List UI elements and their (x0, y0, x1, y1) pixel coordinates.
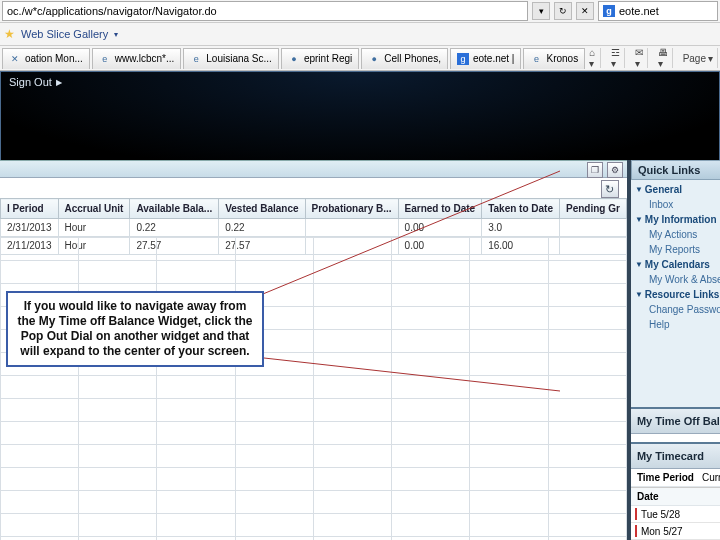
browser-tab[interactable]: ●Cell Phones, (361, 48, 448, 69)
main-workspace: ❐ ⚙ ↻ l PeriodAccrual UnitAvailable Bala… (0, 160, 720, 540)
quicklinks-item[interactable]: Inbox (635, 197, 720, 212)
table-header[interactable]: Taken to Date (482, 199, 560, 219)
grid-cell (470, 537, 548, 541)
grid-cell (392, 422, 470, 445)
grid-cell (1, 468, 79, 491)
quicklinks-item[interactable]: Help (635, 317, 720, 332)
table-header[interactable]: Accrual Unit (58, 199, 130, 219)
table-header[interactable]: l Period (1, 199, 59, 219)
time-off-balance-header[interactable]: My Time Off Balance ❐ (631, 407, 720, 434)
mail-button[interactable]: ✉ ▾ (631, 48, 648, 68)
grid-cell (548, 422, 626, 445)
grid-cell (79, 399, 157, 422)
quicklinks-section-header[interactable]: ▼My Calendars (635, 257, 720, 272)
empty-grid (0, 237, 627, 540)
print-button[interactable]: 🖶 ▾ (654, 48, 673, 68)
grid-cell (79, 422, 157, 445)
grid-cell (1, 537, 79, 541)
grid-cell (392, 307, 470, 330)
table-header[interactable]: Earned to Date (398, 199, 482, 219)
grid-cell (392, 261, 470, 284)
grid-cell (79, 537, 157, 541)
grid-cell (470, 353, 548, 376)
table-cell (305, 219, 398, 237)
grid-cell (157, 238, 235, 261)
quicklinks-item[interactable]: Change Password (635, 302, 720, 317)
grid-cell (235, 491, 313, 514)
web-slice-gallery[interactable]: Web Slice Gallery (21, 28, 108, 40)
grid-cell (79, 468, 157, 491)
grid-cell (313, 376, 391, 399)
quicklinks-item[interactable]: My Actions (635, 227, 720, 242)
table-cell: 0.00 (398, 219, 482, 237)
browser-tab[interactable]: ✕oation Mon... (2, 48, 90, 69)
tab-favicon: e (99, 53, 111, 65)
dropdown-icon[interactable]: ▾ (114, 30, 118, 39)
browser-toolbar-right: ⌂ ▾ ☲ ▾ ✉ ▾ 🖶 ▾ Page ▾ (585, 48, 718, 68)
tab-label: Kronos (546, 53, 578, 64)
gear-icon[interactable]: ⚙ (607, 162, 623, 178)
grid-cell (392, 238, 470, 261)
grid-cell (235, 445, 313, 468)
browser-tab[interactable]: eKronos (523, 48, 585, 69)
refresh-button[interactable]: ↻ (601, 180, 619, 198)
grid-cell (313, 491, 391, 514)
timecard-date-row[interactable]: Tue 5/28 (631, 506, 720, 523)
grid-cell (157, 491, 235, 514)
browser-tab[interactable]: ewww.lcbcn*... (92, 48, 181, 69)
sign-out-link[interactable]: Sign Out ▶ (1, 72, 70, 92)
grid-cell (157, 468, 235, 491)
timecard-columns: Date In Out (631, 487, 720, 506)
quicklinks-section-header[interactable]: ▼General (635, 182, 720, 197)
browser-tab[interactable]: geote.net | (450, 48, 522, 69)
grid-cell (157, 399, 235, 422)
grid-cell (79, 514, 157, 537)
home-button[interactable]: ⌂ ▾ (585, 48, 600, 68)
table-header[interactable]: Available Bala... (130, 199, 219, 219)
grid-cell (79, 376, 157, 399)
tab-label: eote.net | (473, 53, 515, 64)
grid-cell (1, 422, 79, 445)
grid-cell (548, 514, 626, 537)
quicklinks-item[interactable]: My Reports (635, 242, 720, 257)
feeds-button[interactable]: ☲ ▾ (607, 48, 625, 68)
go-dropdown-icon[interactable]: ▾ (532, 2, 550, 20)
grid-cell (235, 238, 313, 261)
browser-address-bar: ▾ ↻ ✕ g eote.net (0, 0, 720, 23)
page-menu[interactable]: Page ▾ (679, 48, 718, 68)
grid-cell (548, 491, 626, 514)
grid-cell (392, 468, 470, 491)
google-icon: g (603, 5, 615, 17)
right-sidebar: Quick Links ▾ ▼GeneralInbox▼My Informati… (627, 160, 720, 540)
time-period-value[interactable]: Current Pay Period (702, 472, 720, 483)
tab-favicon: e (530, 53, 542, 65)
quicklinks-item[interactable]: My Work & Absence Summary (635, 272, 720, 287)
browser-search[interactable]: g eote.net (598, 1, 718, 21)
grid-cell (470, 491, 548, 514)
table-row[interactable]: 2/31/2013Hour0.220.220.003.0 (1, 219, 627, 237)
url-input[interactable] (2, 1, 528, 21)
refresh-icon[interactable]: ↻ (554, 2, 572, 20)
table-header[interactable]: Vested Balance (219, 199, 305, 219)
balance-widget-panel: ❐ ⚙ ↻ l PeriodAccrual UnitAvailable Bala… (0, 160, 627, 540)
quicklinks-section-header[interactable]: ▼Resource Links (635, 287, 720, 302)
browser-tab[interactable]: eLouisiana Sc... (183, 48, 279, 69)
quicklinks-section-header[interactable]: ▼My Information (635, 212, 720, 227)
stop-icon[interactable]: ✕ (576, 2, 594, 20)
timecard-date-row[interactable]: Mon 5/27 (631, 523, 720, 540)
browser-tab[interactable]: ●eprint Regi (281, 48, 359, 69)
grid-cell (157, 376, 235, 399)
grid-cell (157, 422, 235, 445)
grid-cell (392, 491, 470, 514)
grid-cell (392, 284, 470, 307)
my-timecard-header[interactable]: My Timecard ❐ (631, 442, 720, 469)
table-header[interactable]: Pending Gr (560, 199, 627, 219)
grid-cell (470, 514, 548, 537)
grid-cell (313, 307, 391, 330)
popout-icon[interactable]: ❐ (587, 162, 603, 178)
quick-links-header[interactable]: Quick Links ▾ (631, 160, 720, 180)
favorites-star-icon[interactable]: ★ (4, 27, 15, 41)
grid-cell (79, 261, 157, 284)
grid-cell (1, 445, 79, 468)
table-header[interactable]: Probationary B... (305, 199, 398, 219)
